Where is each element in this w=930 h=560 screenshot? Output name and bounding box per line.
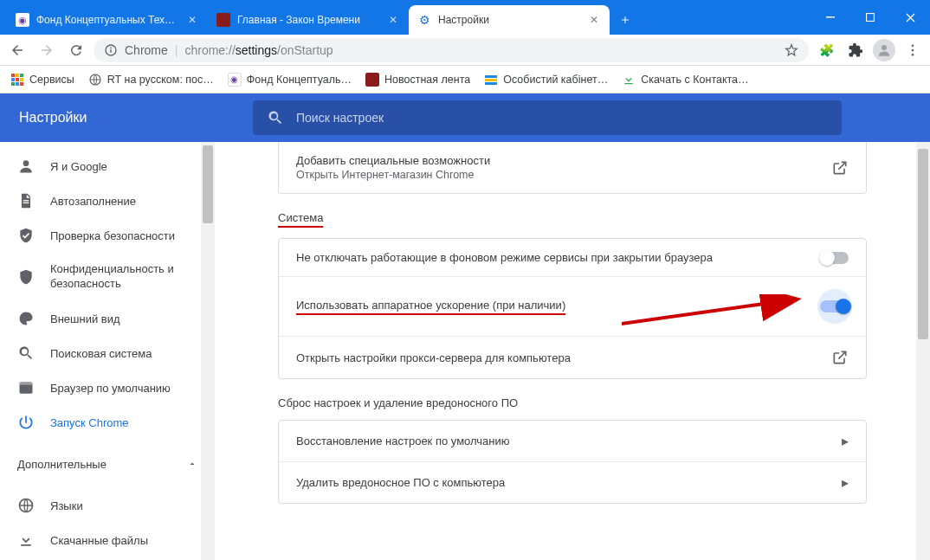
toggle-switch[interactable] <box>820 300 849 312</box>
sidebar-item-appearance[interactable]: Внешний вид <box>0 301 215 336</box>
svg-rect-13 <box>16 78 19 81</box>
browser-tab[interactable]: Главная - Закон Времени ✕ <box>208 5 409 35</box>
sidebar-item-you-google[interactable]: Я и Google <box>0 149 215 183</box>
svg-point-8 <box>912 53 914 55</box>
row-subtitle: Открыть Интернет-магазин Chrome <box>296 169 490 181</box>
maximize-button[interactable] <box>850 0 890 35</box>
forward-button[interactable] <box>35 38 59 62</box>
address-text: chrome://settings/onStartup <box>184 43 778 57</box>
settings-search[interactable] <box>253 100 842 135</box>
system-row[interactable]: Открыть настройки прокси-сервера для ком… <box>279 337 866 378</box>
row-label: Удалить вредоносное ПО с компьютера <box>296 476 505 489</box>
bookmark-label: Новостная лента <box>384 74 470 86</box>
system-row[interactable]: Не отключать работающие в фоновом режиме… <box>279 239 866 277</box>
bookmark-item[interactable]: Новостная лента <box>360 69 475 90</box>
sidebar-item-label: Поисковая система <box>50 347 152 360</box>
apps-grid-icon <box>10 73 24 87</box>
advanced-toggle[interactable]: Дополнительные <box>0 447 215 481</box>
sidebar-item-search[interactable]: Поисковая система <box>0 336 215 370</box>
extension-icon[interactable]: 🧩 <box>814 38 838 62</box>
svg-point-5 <box>882 45 887 50</box>
a11y-row[interactable]: Добавить специальные возможности Открыть… <box>279 142 866 193</box>
tab-title: Фонд Концептуальных Техноло <box>36 14 178 26</box>
kebab-menu-icon[interactable] <box>901 38 925 62</box>
power-icon <box>17 414 35 431</box>
tab-title: Главная - Закон Времени <box>237 14 379 26</box>
site-info-icon[interactable] <box>104 43 118 57</box>
bookmark-item[interactable]: Скачать с Контакта… <box>617 69 753 90</box>
reset-row[interactable]: Восстановление настроек по умолчанию▸ <box>279 421 866 462</box>
favicon: ◉ <box>228 73 242 87</box>
svg-rect-23 <box>23 200 29 201</box>
settings-icon: ⚙ <box>417 13 431 27</box>
sidebar-item-safety[interactable]: Проверка безопасности <box>0 218 215 253</box>
settings-title: Настройки <box>0 93 253 142</box>
svg-rect-9 <box>11 74 15 77</box>
svg-rect-1 <box>867 14 875 22</box>
palette-icon <box>17 310 35 327</box>
sidebar-item-label: Проверка безопасности <box>50 229 175 242</box>
svg-rect-16 <box>16 82 19 86</box>
svg-rect-17 <box>20 82 23 86</box>
scrollbar-thumb[interactable] <box>203 145 213 223</box>
bookmark-label: Сервисы <box>29 74 74 86</box>
sidebar-item-label: Скачанные файлы <box>50 534 148 547</box>
download-icon <box>17 531 35 549</box>
download-icon <box>622 73 636 87</box>
svg-rect-19 <box>485 75 497 78</box>
bookmark-label: Фонд Концептуаль… <box>247 74 352 86</box>
settings-search-input[interactable] <box>296 111 828 125</box>
favicon <box>484 73 498 87</box>
minimize-button[interactable] <box>811 0 850 35</box>
bookmark-item[interactable]: Особистий кабінет… <box>479 69 613 90</box>
svg-rect-10 <box>16 74 19 77</box>
person-icon <box>17 158 35 175</box>
settings-main: Добавить специальные возможности Открыть… <box>215 93 930 560</box>
window-titlebar: ◉ Фонд Концептуальных Техноло ✕ Главная … <box>0 0 930 35</box>
sidebar-item-default[interactable]: Браузер по умолчанию <box>0 370 215 405</box>
globe2-icon <box>17 497 35 514</box>
svg-rect-24 <box>23 203 29 203</box>
bookmark-item[interactable]: ◉Фонд Концептуаль… <box>223 69 357 90</box>
bookmark-label: RT на русском: пос… <box>107 74 214 86</box>
sidebar-item-privacy[interactable]: Конфиденциальность и безопасность <box>0 253 215 301</box>
toggle-switch[interactable] <box>819 252 849 264</box>
chevron-right-icon: ▸ <box>842 474 849 491</box>
scrollbar-thumb[interactable] <box>918 149 928 339</box>
sidebar-item-lang[interactable]: Языки <box>0 488 215 523</box>
window-controls <box>811 0 930 35</box>
bookmark-item[interactable]: RT на русском: пос… <box>83 69 219 90</box>
file-icon <box>17 192 35 209</box>
close-icon[interactable]: ✕ <box>185 13 199 27</box>
search-icon <box>17 344 35 362</box>
svg-rect-21 <box>485 82 497 85</box>
reset-row[interactable]: Удалить вредоносное ПО с компьютера▸ <box>279 462 866 503</box>
sidebar-item-startup[interactable]: Запуск Chrome <box>0 405 215 440</box>
reset-section-title: Сброс настроек и удаление вредоносного П… <box>278 396 867 409</box>
address-bar[interactable]: Chrome | chrome://settings/onStartup <box>94 38 809 62</box>
back-button[interactable] <box>5 38 29 62</box>
svg-point-6 <box>912 44 914 47</box>
reload-button[interactable] <box>64 38 88 62</box>
favicon <box>216 13 230 27</box>
browser-tab[interactable]: ◉ Фонд Концептуальных Техноло ✕ <box>7 5 208 35</box>
extensions-menu-icon[interactable] <box>843 38 868 62</box>
system-row[interactable]: Использовать аппаратное ускорение (при н… <box>279 277 866 337</box>
close-icon[interactable]: ✕ <box>386 13 400 27</box>
profile-avatar[interactable] <box>873 39 895 61</box>
sidebar-item-autofill[interactable]: Автозаполнение <box>0 183 215 218</box>
search-icon <box>267 109 284 126</box>
close-window-button[interactable] <box>890 0 930 35</box>
settings-sidebar: Я и GoogleАвтозаполнениеПроверка безопас… <box>0 93 215 560</box>
settings-search-wrap <box>253 93 930 142</box>
bookmark-label: Особистий кабінет… <box>503 74 608 86</box>
browser-tab-active[interactable]: ⚙ Настройки ✕ <box>409 5 610 35</box>
new-tab-button[interactable] <box>613 8 637 32</box>
close-icon[interactable]: ✕ <box>587 13 601 27</box>
external-link-icon <box>831 159 849 177</box>
apps-shortcut[interactable]: Сервисы <box>5 69 80 90</box>
shield-check-icon <box>17 227 35 244</box>
sidebar-item-downloads[interactable]: Скачанные файлы <box>0 523 215 557</box>
sidebar-item-label: Автозаполнение <box>50 195 136 208</box>
bookmark-star-icon[interactable] <box>785 43 798 57</box>
